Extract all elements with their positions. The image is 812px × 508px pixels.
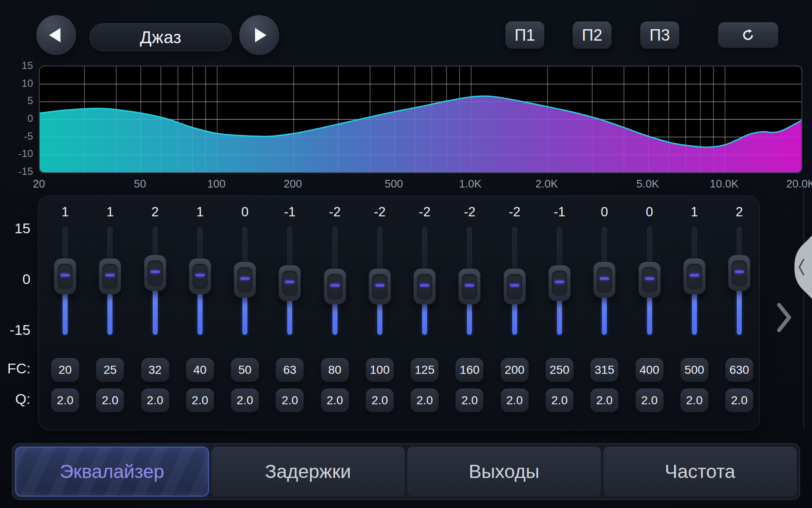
scroll-bands-right-button[interactable] bbox=[774, 301, 794, 334]
thumb-dash-icon bbox=[151, 271, 160, 273]
band-fc-chip[interactable]: 100 bbox=[366, 358, 394, 382]
tab-delays[interactable]: Задержки bbox=[211, 447, 405, 497]
band-fc-chip[interactable]: 160 bbox=[455, 358, 483, 382]
band-gain-value: -2 bbox=[402, 204, 447, 220]
reset-button[interactable] bbox=[718, 22, 778, 48]
thumb-inset bbox=[597, 267, 612, 293]
refresh-icon bbox=[741, 28, 755, 42]
band-fc-chip[interactable]: 400 bbox=[636, 358, 664, 382]
band-slider-thumb[interactable] bbox=[99, 259, 121, 294]
band-q-chip[interactable]: 2.0 bbox=[51, 389, 79, 412]
preset-next-button[interactable] bbox=[239, 15, 279, 55]
equalizer-band-panel: 1202.01252.02322.01402.00502.0-1632.0-28… bbox=[38, 196, 760, 430]
band-fc-chip[interactable]: 200 bbox=[501, 358, 529, 382]
thumb-dash-icon bbox=[420, 284, 429, 287]
preset-display[interactable]: Джаз bbox=[90, 23, 232, 51]
band-slider-thumb[interactable] bbox=[683, 259, 705, 294]
eq-band-column: 2322.0 bbox=[133, 196, 178, 430]
y-axis-tick-label: -5 bbox=[8, 131, 33, 141]
thumb-inset bbox=[327, 274, 343, 299]
memory-button-1[interactable]: П1 bbox=[505, 22, 544, 49]
band-q-chip[interactable]: 2.0 bbox=[455, 389, 483, 412]
band-slider-thumb[interactable] bbox=[234, 262, 256, 298]
band-slider-fill bbox=[332, 301, 337, 335]
band-slider-fill bbox=[737, 287, 742, 335]
band-fc-chip[interactable]: 40 bbox=[186, 358, 214, 382]
thumb-inset bbox=[642, 267, 657, 293]
band-slider-fill bbox=[377, 301, 382, 335]
thumb-inset bbox=[507, 274, 522, 299]
band-fc-chip[interactable]: 32 bbox=[141, 358, 169, 382]
memory-button-3-label: П3 bbox=[650, 26, 670, 44]
memory-button-2-label: П2 bbox=[582, 26, 602, 44]
tab-frequency[interactable]: Частота bbox=[604, 447, 797, 497]
y-axis-tick-label: 5 bbox=[8, 96, 33, 106]
band-slider-thumb[interactable] bbox=[369, 269, 391, 304]
memory-button-2[interactable]: П2 bbox=[573, 22, 612, 49]
band-slider-thumb[interactable] bbox=[549, 265, 571, 301]
band-slider-thumb[interactable] bbox=[189, 259, 211, 294]
band-fc-chip[interactable]: 80 bbox=[321, 358, 349, 382]
x-axis-tick-label: 1.0K bbox=[451, 177, 489, 190]
thumb-dash-icon bbox=[510, 284, 519, 287]
tab-equalizer[interactable]: Эквалайзер bbox=[15, 447, 209, 497]
band-q-chip[interactable]: 2.0 bbox=[321, 389, 349, 412]
band-slider-fill bbox=[198, 291, 203, 335]
band-fc-chip[interactable]: 20 bbox=[51, 358, 79, 382]
slider-scale-label: -15 bbox=[0, 322, 30, 338]
thumb-inset bbox=[192, 264, 208, 289]
y-axis-tick-label: 10 bbox=[8, 78, 33, 88]
x-axis-tick-label: 200 bbox=[274, 177, 312, 190]
band-q-chip[interactable]: 2.0 bbox=[186, 389, 214, 412]
band-gain-value: 1 bbox=[672, 204, 717, 220]
band-slider-fill bbox=[422, 301, 427, 335]
band-q-chip[interactable]: 2.0 bbox=[366, 389, 394, 412]
band-fc-chip[interactable]: 125 bbox=[411, 358, 439, 382]
band-q-chip[interactable]: 2.0 bbox=[96, 389, 124, 412]
eq-band-column: -12502.0 bbox=[537, 196, 582, 430]
band-slider-thumb[interactable] bbox=[414, 269, 436, 304]
band-slider-thumb[interactable] bbox=[144, 255, 166, 291]
band-q-chip[interactable]: 2.0 bbox=[231, 389, 259, 412]
band-slider-fill bbox=[63, 291, 68, 335]
band-slider-thumb[interactable] bbox=[54, 259, 76, 294]
band-q-chip[interactable]: 2.0 bbox=[411, 389, 439, 412]
band-q-chip[interactable]: 2.0 bbox=[546, 389, 573, 412]
eq-band-column: 1202.0 bbox=[43, 196, 88, 430]
band-q-chip[interactable]: 2.0 bbox=[590, 389, 618, 412]
band-slider-thumb[interactable] bbox=[458, 269, 480, 304]
band-gain-value: 0 bbox=[582, 204, 627, 220]
thumb-dash-icon bbox=[285, 281, 294, 283]
side-drawer-handle[interactable] bbox=[788, 235, 812, 299]
band-slider-thumb[interactable] bbox=[639, 262, 661, 298]
band-slider-fill bbox=[692, 291, 697, 335]
band-slider-fill bbox=[602, 294, 607, 335]
band-slider-fill bbox=[512, 301, 517, 335]
band-fc-chip[interactable]: 25 bbox=[96, 358, 124, 382]
memory-button-1-label: П1 bbox=[515, 26, 535, 44]
memory-button-3[interactable]: П3 bbox=[640, 22, 679, 49]
band-fc-chip[interactable]: 315 bbox=[590, 358, 618, 382]
band-slider-thumb[interactable] bbox=[728, 255, 750, 291]
equalizer-screen: Джаз П1 П2 П3 151050-5-10-15 20501002005… bbox=[0, 0, 812, 508]
band-slider-thumb[interactable] bbox=[504, 269, 526, 304]
band-fc-chip[interactable]: 50 bbox=[231, 358, 259, 382]
tab-outputs[interactable]: Выходы bbox=[407, 447, 601, 497]
band-fc-chip[interactable]: 500 bbox=[680, 358, 708, 382]
band-q-chip[interactable]: 2.0 bbox=[141, 389, 169, 412]
band-q-chip[interactable]: 2.0 bbox=[636, 389, 664, 412]
band-fc-chip[interactable]: 250 bbox=[546, 358, 573, 382]
band-fc-chip[interactable]: 630 bbox=[725, 358, 753, 382]
band-q-chip[interactable]: 2.0 bbox=[725, 389, 753, 412]
band-slider-thumb[interactable] bbox=[324, 269, 346, 304]
band-q-chip[interactable]: 2.0 bbox=[680, 389, 708, 412]
thumb-inset bbox=[687, 264, 702, 289]
band-gain-value: 0 bbox=[627, 204, 672, 220]
preset-prev-button[interactable] bbox=[36, 15, 76, 55]
band-fc-chip[interactable]: 63 bbox=[276, 358, 304, 382]
band-gain-value: 1 bbox=[178, 204, 222, 220]
band-slider-thumb[interactable] bbox=[279, 265, 301, 301]
band-q-chip[interactable]: 2.0 bbox=[501, 389, 529, 412]
band-q-chip[interactable]: 2.0 bbox=[276, 389, 304, 412]
band-slider-thumb[interactable] bbox=[593, 262, 615, 298]
